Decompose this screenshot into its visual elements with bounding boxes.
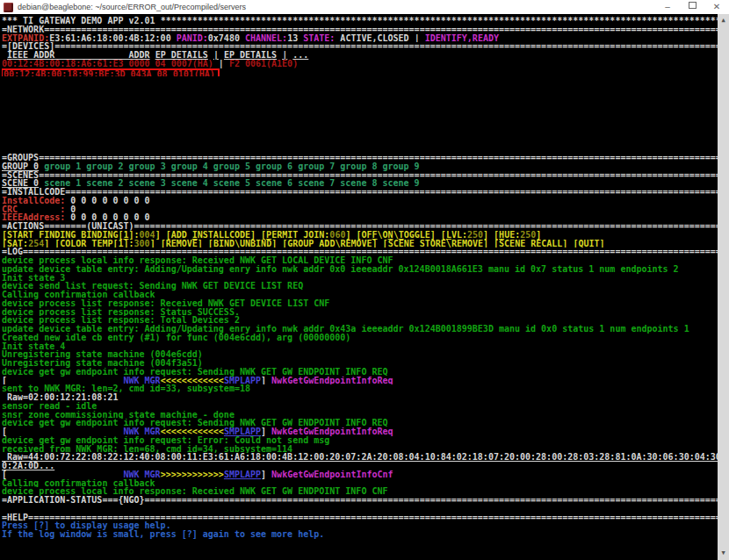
blank-line bbox=[2, 76, 718, 85]
groups-separator: =GROUPS=================================… bbox=[2, 154, 718, 162]
log-line: Init state 4 bbox=[2, 342, 718, 351]
log-separator: =LOG====================================… bbox=[2, 248, 718, 256]
log-line: Unregistering state machine (004e6cdd) bbox=[2, 350, 718, 359]
help-separator: =HELP===================================… bbox=[2, 513, 718, 522]
device-row-selected: 00:12:4B:00:18:99:BE:3D 043A 08 0101(HA) bbox=[2, 68, 718, 77]
application-status-separator: =APPLICATION-STATUS==={NGO}=============… bbox=[2, 496, 718, 505]
help-line: If the log window is small, press [?] ag… bbox=[2, 530, 718, 539]
log-line: Calling confirmation callback bbox=[2, 291, 718, 299]
log-msg-line: [ NWK_MGR<<<<<<<<<<<<SMPLAPP] NwkGetGwEn… bbox=[2, 427, 718, 436]
log-line: device_process_list_response: Received N… bbox=[2, 299, 718, 308]
terminal-window: debian@beaglebone: ~/source/ERROR_out/Pr… bbox=[0, 0, 729, 560]
device-selection-box: 00:12:4B:00:18:99:BE:3D 043A 08 0101(HA) bbox=[2, 68, 220, 77]
terminal: *** TI GATEWAY DEMO APP v2.01 **********… bbox=[0, 14, 718, 560]
scenes-line: SCENE_0 scene_1 scene_2 scene_3 scene_4 … bbox=[2, 179, 718, 188]
blank-line bbox=[2, 505, 718, 513]
scrollbar[interactable]: ▲ ▼ bbox=[718, 14, 729, 560]
installcode-separator: =INSTALLCODE============================… bbox=[2, 188, 718, 197]
scenes-separator: =SCENES=================================… bbox=[2, 171, 718, 180]
log-line: Calling confirmation callback bbox=[2, 479, 718, 488]
installcode-line: InstallCode: 0 0 0 0 0 0 0 0 bbox=[2, 197, 718, 205]
actions-separator: =ACTIONS========(UNICAST)===============… bbox=[2, 222, 718, 231]
window-title: debian@beaglebone: ~/source/ERROR_out/Pr… bbox=[18, 3, 655, 11]
log-line: device_process_list_response: Total Devi… bbox=[2, 316, 718, 325]
log-line: sent to NWK_MGR: len=2, cmd_id=33, subsy… bbox=[2, 384, 718, 393]
log-line: Created new idle_cb entry (#1) for func … bbox=[2, 334, 718, 342]
log-line: device_get_gw_endpoint_info_request: Sen… bbox=[2, 419, 718, 427]
blank-line bbox=[2, 85, 718, 94]
close-button[interactable]: ✕ bbox=[704, 0, 729, 14]
actions-line-1: [START_FINDING_BINDING[1]:004] [ADD_INST… bbox=[2, 231, 718, 240]
blank-line bbox=[2, 539, 718, 548]
log-line: device_send_list_request: Sending NWK_GE… bbox=[2, 282, 718, 291]
log-line: Init state 3 bbox=[2, 274, 718, 283]
log-line: device_get_gw_endpoint_info_request: Sen… bbox=[2, 368, 718, 377]
network-status-line: EXTPANID:E3:61:A6:18:00:4B:12:00 PANID:0… bbox=[2, 34, 718, 43]
blank-line bbox=[2, 111, 718, 119]
scroll-up-button[interactable]: ▲ bbox=[718, 15, 729, 26]
blank-line bbox=[2, 145, 718, 154]
log-line: update_device_table_entry: Adding/Updati… bbox=[2, 265, 718, 274]
log-line: device_process_list_response: Status SUC… bbox=[2, 308, 718, 317]
devices-header: IEEE ADDR ADDR EP DETAILS | EP DETAILS |… bbox=[2, 51, 718, 60]
minimize-button[interactable]: – bbox=[655, 0, 680, 14]
log-line: device_get_gw_endpoint_info_request: Err… bbox=[2, 436, 718, 445]
scroll-down-button[interactable]: ▼ bbox=[718, 548, 729, 559]
maximize-button[interactable] bbox=[680, 0, 704, 14]
device-row: 00:12:4B:00:18:A6:61:E3 0000 04 0007(HA)… bbox=[2, 60, 718, 68]
blank-line bbox=[2, 137, 718, 146]
ieeeaddress-line: IEEEAddress: 0 0 0 0 0 0 0 0 bbox=[2, 213, 718, 222]
help-line: Press [?] to display usage help. bbox=[2, 521, 718, 530]
log-line: snsr_zone_commissioning_state_machine - … bbox=[2, 411, 718, 420]
log-line: device_process_local_info_response: Rece… bbox=[2, 487, 718, 496]
blank-line bbox=[2, 94, 718, 103]
blank-line bbox=[2, 548, 718, 556]
log-line: update_device_table_entry: Adding/Updati… bbox=[2, 325, 718, 334]
actions-line-2: [SAT:254] [COLOR_TEMP[1]:300] [REMOVE] [… bbox=[2, 240, 718, 248]
blank-line bbox=[2, 128, 718, 137]
log-line: device_process_local_info_response: Rece… bbox=[2, 256, 718, 265]
blank-line bbox=[2, 119, 718, 128]
crc-line: CRC : 0 bbox=[2, 205, 718, 214]
app-banner: *** TI GATEWAY DEMO APP v2.01 **********… bbox=[2, 17, 718, 25]
title-bar: debian@beaglebone: ~/source/ERROR_out/Pr… bbox=[0, 0, 729, 14]
log-line: received from NWK_MGR: len=68, cmd_id=34… bbox=[2, 445, 718, 454]
log-line: Unregistering state machine (004f3a51) bbox=[2, 359, 718, 368]
beaglebone-app-icon bbox=[4, 3, 13, 12]
log-line: sensor read - idle bbox=[2, 402, 718, 411]
blank-line bbox=[2, 103, 718, 111]
log-line: Raw=02:00:12:21:08:21 bbox=[2, 393, 718, 402]
log-line: Raw=44:00:72:22:08:22:12:40:08:00:11:E3:… bbox=[2, 453, 718, 462]
network-separator: =NETWORK================================… bbox=[2, 25, 718, 34]
log-msg-line: [ NWK_MGR<<<<<<<<<<<<SMPLAPP] NwkGetGwEn… bbox=[2, 377, 718, 385]
groups-line: GROUP_0 group_1 group_2 group_3 group_4 … bbox=[2, 162, 718, 171]
log-line: 0:2A:0D... bbox=[2, 462, 718, 470]
devices-separator: =[DEVICES]==============================… bbox=[2, 42, 718, 51]
maximize-icon bbox=[689, 2, 697, 9]
log-msg-line: [ NWK_MGR>>>>>>>>>>>>SMPLAPP] NwkGetGwEn… bbox=[2, 470, 718, 479]
